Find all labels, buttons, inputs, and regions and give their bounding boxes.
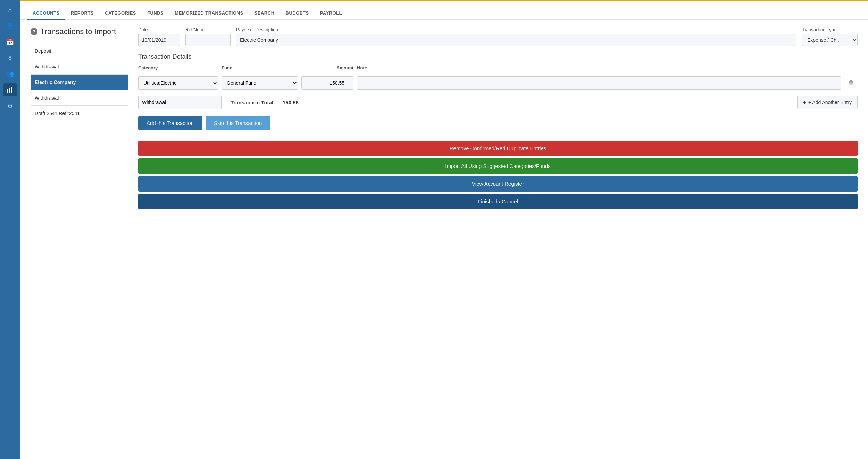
amount-input[interactable] [301,76,353,90]
list-item-selected[interactable]: Electric Company [31,75,128,90]
bottom-actions: Remove Confirmed/Red Duplicate Entries I… [138,141,858,209]
list-item[interactable]: Deposit [31,43,128,59]
add-entry-label: + Add Another Entry [808,100,852,105]
import-all-button[interactable]: Import All Using Suggested Categories/Fu… [138,158,858,174]
help-icon[interactable]: ? [31,28,37,35]
note-header: Note [357,65,840,70]
details-title: Transaction Details [138,53,858,60]
svg-rect-2 [11,87,12,93]
nav-categories[interactable]: CATEGORIES [99,10,142,20]
nav-accounts[interactable]: ACCOUNTS [27,10,65,20]
details-row: Utilities:Electric Utilities:Gas Food Ho… [138,73,858,93]
total-label: Transaction Total: [231,100,275,105]
delete-entry-button[interactable] [844,76,858,90]
amount-header: Amount [301,65,357,70]
people-icon[interactable]: 👥 [3,67,17,80]
svg-rect-1 [9,88,10,93]
dollar-icon[interactable]: $ [3,51,17,65]
category-header: Category [138,65,222,70]
fund-header: Fund [222,65,301,70]
user-icon[interactable]: 👤 [3,19,17,33]
total-value: 150.55 [283,100,299,105]
nav-payroll[interactable]: PAYROLL [315,10,348,20]
transaction-header-form: Date: Ref/Num: Payee or Description: Tra… [138,27,858,46]
sidebar: ⌂ 👤 📅 $ 👥 ⚙ [0,0,20,459]
nav-funds[interactable]: FUNDS [142,10,169,20]
nav-search[interactable]: SEARCH [249,10,280,20]
transaction-list: Deposit Withdrawal Electric Company With… [31,43,128,121]
type-label: Transaction Type: [802,27,858,32]
note-input[interactable] [357,76,841,90]
fund-select[interactable]: General Fund Emergency Fund Savings [222,76,298,90]
type-group: Transaction Type: Expense / Ch... Income… [802,27,858,46]
withdrawal-input[interactable] [138,96,222,109]
skip-transaction-button[interactable]: Skip this Transaction [206,116,270,130]
list-item[interactable]: Withdrawal [31,59,128,75]
settings-icon[interactable]: ⚙ [3,99,17,112]
add-another-entry-button[interactable]: + + Add Another Entry [797,96,858,109]
category-select[interactable]: Utilities:Electric Utilities:Gas Food Ho… [138,76,218,90]
left-panel: ? Transactions to Import Deposit Withdra… [31,27,128,452]
footer-row: Transaction Total: 150.55 + + Add Anothe… [138,96,858,109]
home-icon[interactable]: ⌂ [3,3,17,17]
details-header: Category Fund Amount Note [138,65,858,73]
list-item[interactable]: Withdrawal [31,90,128,106]
top-nav: ACCOUNTS REPORTS CATEGORIES FUNDS MEMORI… [20,1,868,20]
remove-duplicates-button[interactable]: Remove Confirmed/Red Duplicate Entries [138,141,858,156]
chart-icon[interactable] [3,83,17,96]
date-input[interactable] [138,34,180,46]
refnum-input[interactable] [185,34,231,46]
add-transaction-button[interactable]: Add this Transaction [138,116,202,130]
refnum-label: Ref/Num: [185,27,231,32]
right-panel: Date: Ref/Num: Payee or Description: Tra… [138,27,858,452]
refnum-group: Ref/Num: [185,27,231,46]
page-title: ? Transactions to Import [31,27,128,36]
page-title-text: Transactions to Import [40,27,116,36]
plus-icon: + [803,99,806,105]
nav-memorized-transactions[interactable]: MEMORIZED TRANSACTIONS [169,10,249,20]
list-item[interactable]: Draft 2541 Ref#2541 [31,106,128,121]
nav-reports[interactable]: REPORTS [65,10,99,20]
finished-cancel-button[interactable]: Finished / Cancel [138,194,858,209]
action-row: Add this Transaction Skip this Transacti… [138,116,858,130]
payee-group: Payee or Description: [236,27,796,46]
svg-rect-0 [7,89,8,93]
calendar-icon[interactable]: 📅 [3,35,17,49]
payee-label: Payee or Description: [236,27,796,32]
payee-input[interactable] [236,34,796,46]
view-register-button[interactable]: View Account Register [138,176,858,192]
nav-budgets[interactable]: BUDGETS [280,10,315,20]
date-group: Date: [138,27,180,46]
type-select[interactable]: Expense / Ch... Income Transfer [802,34,858,46]
date-label: Date: [138,27,180,32]
actions-header [840,65,858,70]
